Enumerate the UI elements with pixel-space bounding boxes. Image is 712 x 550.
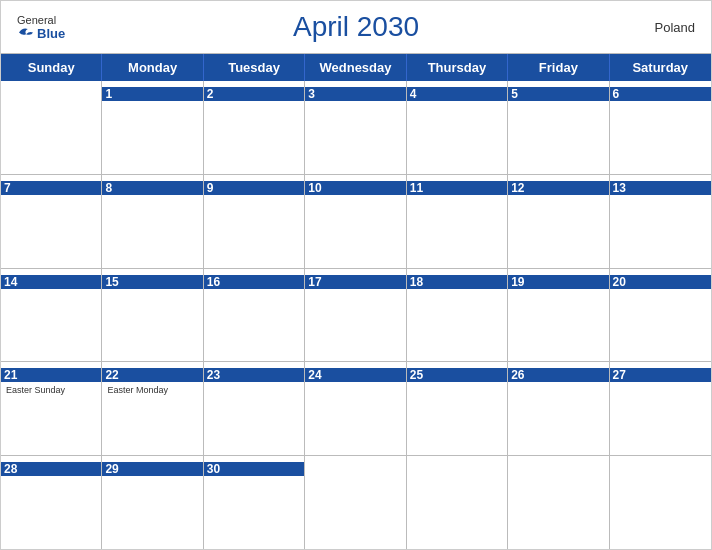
day-cell-9: 9 <box>204 175 305 268</box>
day-number: 5 <box>508 87 608 101</box>
day-cell-empty-4 <box>305 456 406 549</box>
week-row-3: 14 15 16 17 18 19 20 <box>1 269 711 363</box>
day-number: 21 <box>1 368 101 382</box>
day-number: 19 <box>508 275 608 289</box>
day-cell-8: 8 <box>102 175 203 268</box>
day-header-thursday: Thursday <box>407 54 508 81</box>
day-number: 2 <box>204 87 304 101</box>
day-number: 18 <box>407 275 507 289</box>
day-cell-empty-7 <box>610 456 711 549</box>
day-number: 20 <box>610 275 711 289</box>
day-header-wednesday: Wednesday <box>305 54 406 81</box>
day-number: 22 <box>102 368 202 382</box>
day-number: 10 <box>305 181 405 195</box>
day-cell-empty-5 <box>407 456 508 549</box>
day-cell-11: 11 <box>407 175 508 268</box>
calendar-header: General Blue April 2030 Poland <box>1 1 711 53</box>
day-number: 15 <box>102 275 202 289</box>
day-cell-13: 13 <box>610 175 711 268</box>
day-cell-1: 1 <box>102 81 203 174</box>
day-cell-16: 16 <box>204 269 305 362</box>
day-header-tuesday: Tuesday <box>204 54 305 81</box>
day-number: 16 <box>204 275 304 289</box>
day-cell-21: 21 Easter Sunday <box>1 362 102 455</box>
day-number: 8 <box>102 181 202 195</box>
day-number: 3 <box>305 87 405 101</box>
day-number: 23 <box>204 368 304 382</box>
day-cell-23: 23 <box>204 362 305 455</box>
day-cell-14: 14 <box>1 269 102 362</box>
day-cell-6: 6 <box>610 81 711 174</box>
day-header-friday: Friday <box>508 54 609 81</box>
day-number: 7 <box>1 181 101 195</box>
day-number: 6 <box>610 87 711 101</box>
day-header-sunday: Sunday <box>1 54 102 81</box>
day-cell-empty-6 <box>508 456 609 549</box>
day-cell-10: 10 <box>305 175 406 268</box>
holiday-easter-sunday: Easter Sunday <box>6 385 96 395</box>
day-cell-28: 28 <box>1 456 102 549</box>
day-cell-empty <box>1 81 102 174</box>
day-number: 28 <box>1 462 101 476</box>
day-number: 4 <box>407 87 507 101</box>
day-number: 14 <box>1 275 101 289</box>
day-number: 17 <box>305 275 405 289</box>
day-cell-26: 26 <box>508 362 609 455</box>
day-number: 11 <box>407 181 507 195</box>
logo-bird-icon <box>17 26 35 40</box>
day-headers: Sunday Monday Tuesday Wednesday Thursday… <box>1 54 711 81</box>
day-cell-15: 15 <box>102 269 203 362</box>
day-cell-19: 19 <box>508 269 609 362</box>
day-number: 27 <box>610 368 711 382</box>
day-cell-5: 5 <box>508 81 609 174</box>
day-cell-30: 30 <box>204 456 305 549</box>
day-header-saturday: Saturday <box>610 54 711 81</box>
day-cell-29: 29 <box>102 456 203 549</box>
logo: General Blue <box>17 15 65 40</box>
day-number: 1 <box>102 87 202 101</box>
day-number: 9 <box>204 181 304 195</box>
logo-blue-text: Blue <box>17 26 65 40</box>
day-cell-12: 12 <box>508 175 609 268</box>
logo-general-text: General <box>17 15 56 26</box>
day-cell-24: 24 <box>305 362 406 455</box>
week-row-2: 7 8 9 10 11 12 13 <box>1 175 711 269</box>
holiday-easter-monday: Easter Monday <box>107 385 197 395</box>
calendar-country: Poland <box>655 20 695 35</box>
calendar-container: General Blue April 2030 Poland Sunday Mo… <box>0 0 712 550</box>
day-number: 29 <box>102 462 202 476</box>
day-number: 30 <box>204 462 304 476</box>
week-row-5: 28 29 30 <box>1 456 711 549</box>
day-cell-3: 3 <box>305 81 406 174</box>
day-cell-7: 7 <box>1 175 102 268</box>
week-row-1: 1 2 3 4 5 6 <box>1 81 711 175</box>
day-cell-17: 17 <box>305 269 406 362</box>
day-cell-25: 25 <box>407 362 508 455</box>
day-number: 26 <box>508 368 608 382</box>
calendar-weeks: 1 2 3 4 5 6 <box>1 81 711 549</box>
day-cell-20: 20 <box>610 269 711 362</box>
day-cell-2: 2 <box>204 81 305 174</box>
day-header-monday: Monday <box>102 54 203 81</box>
day-number: 25 <box>407 368 507 382</box>
day-cell-22: 22 Easter Monday <box>102 362 203 455</box>
day-number: 12 <box>508 181 608 195</box>
calendar-grid: Sunday Monday Tuesday Wednesday Thursday… <box>1 53 711 549</box>
day-number: 24 <box>305 368 405 382</box>
day-number: 13 <box>610 181 711 195</box>
day-cell-4: 4 <box>407 81 508 174</box>
day-cell-18: 18 <box>407 269 508 362</box>
week-row-4: 21 Easter Sunday 22 Easter Monday 23 24 … <box>1 362 711 456</box>
day-cell-27: 27 <box>610 362 711 455</box>
calendar-title: April 2030 <box>293 11 419 43</box>
